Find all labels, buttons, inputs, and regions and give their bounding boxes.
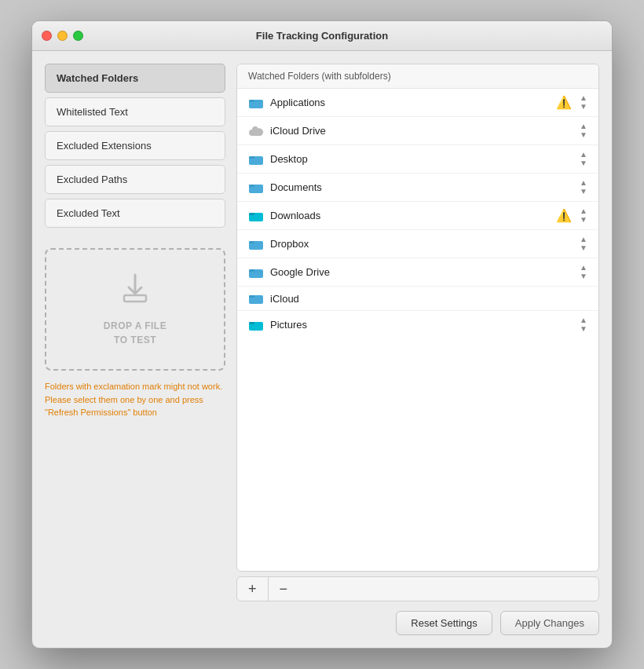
main-content: Watched Folders Whitelisted Text Exclude… xyxy=(32,51,612,648)
folder-icon-documents xyxy=(248,181,264,194)
svg-rect-4 xyxy=(249,156,254,159)
folder-name-icloud-drive: iCloud Drive xyxy=(270,125,573,137)
folders-header: Watched Folders (with subfolders) xyxy=(237,64,598,89)
remove-folder-button[interactable]: − xyxy=(269,577,299,601)
right-panel: Watched Folders (with subfolders) Applic… xyxy=(236,64,599,635)
folder-list-toolbar: + − xyxy=(236,576,599,601)
close-button[interactable] xyxy=(42,31,52,41)
folder-name-applications: Applications xyxy=(270,97,550,108)
svg-rect-12 xyxy=(249,269,254,272)
folder-icon-icloud xyxy=(248,292,264,305)
action-buttons: Reset Settings Apply Changes xyxy=(236,611,599,635)
folder-row-icloud[interactable]: iCloud xyxy=(237,287,598,311)
folder-icon-icloud-drive xyxy=(248,125,264,137)
title-bar: File Tracking Configuration xyxy=(32,21,612,51)
stepper-dropbox[interactable]: ▲ ▼ xyxy=(580,236,587,252)
svg-rect-0 xyxy=(124,295,146,302)
folder-row-icloud-drive[interactable]: iCloud Drive ▲ ▼ xyxy=(237,117,598,145)
stepper-downloads[interactable]: ▲ ▼ xyxy=(580,207,587,224)
folder-name-google-drive: Google Drive xyxy=(270,266,573,278)
warning-icon-applications: ⚠️ xyxy=(556,95,572,110)
stepper-applications[interactable]: ▲ ▼ xyxy=(580,94,587,111)
folder-icon-pictures xyxy=(248,319,264,331)
folder-row-google-drive[interactable]: Google Drive ▲ ▼ xyxy=(237,258,598,287)
folder-row-pictures[interactable]: Pictures ▲ ▼ xyxy=(237,311,598,338)
drop-text: DROP A FILE TO TEST xyxy=(104,319,166,347)
reset-settings-button[interactable]: Reset Settings xyxy=(396,611,492,635)
window-title: File Tracking Configuration xyxy=(256,30,388,42)
folder-name-icloud: iCloud xyxy=(270,293,587,305)
drop-zone[interactable]: DROP A FILE TO TEST xyxy=(45,248,225,371)
folder-row-desktop[interactable]: Desktop ▲ ▼ xyxy=(237,145,598,174)
minimize-button[interactable] xyxy=(57,31,68,41)
folder-name-documents: Documents xyxy=(270,181,573,193)
folders-box: Watched Folders (with subfolders) Applic… xyxy=(236,64,599,572)
window-controls xyxy=(42,31,83,41)
svg-rect-6 xyxy=(249,185,254,187)
nav-item-excluded-text[interactable]: Excluded Text xyxy=(45,199,225,228)
svg-rect-10 xyxy=(249,241,254,243)
svg-rect-14 xyxy=(249,295,254,298)
nav-item-whitelisted-text[interactable]: Whitelisted Text xyxy=(45,97,225,126)
folder-icon-downloads xyxy=(248,210,264,222)
folder-name-desktop: Desktop xyxy=(270,153,573,165)
stepper-icloud-drive[interactable]: ▲ ▼ xyxy=(580,122,587,139)
folder-icon-applications xyxy=(248,97,264,109)
warning-text: Folders with exclamation mark might not … xyxy=(45,380,225,419)
maximize-button[interactable] xyxy=(73,31,83,41)
folder-row-applications[interactable]: Applications ⚠️ ▲ ▼ xyxy=(237,89,598,117)
folder-name-pictures: Pictures xyxy=(270,319,573,331)
folder-icon-dropbox xyxy=(248,238,264,250)
warning-icon-downloads: ⚠️ xyxy=(556,208,572,223)
folder-icon-desktop xyxy=(248,153,264,166)
svg-rect-2 xyxy=(249,100,254,102)
folder-name-dropbox: Dropbox xyxy=(270,238,573,250)
nav-item-watched-folders[interactable]: Watched Folders xyxy=(45,64,225,93)
svg-rect-16 xyxy=(249,322,254,324)
folders-list: Applications ⚠️ ▲ ▼ xyxy=(237,89,598,571)
nav-item-excluded-extensions[interactable]: Excluded Extensions xyxy=(45,131,225,160)
stepper-documents[interactable]: ▲ ▼ xyxy=(580,179,587,196)
folder-row-downloads[interactable]: Downloads ⚠️ ▲ ▼ xyxy=(237,202,598,230)
folder-row-documents[interactable]: Documents ▲ ▼ xyxy=(237,174,598,202)
folder-row-dropbox[interactable]: Dropbox ▲ ▼ xyxy=(237,230,598,258)
left-panel: Watched Folders Whitelisted Text Exclude… xyxy=(45,64,225,635)
drop-icon xyxy=(118,272,152,313)
apply-changes-button[interactable]: Apply Changes xyxy=(500,611,599,635)
folder-name-downloads: Downloads xyxy=(270,210,550,221)
folder-icon-google-drive xyxy=(248,266,264,279)
stepper-pictures[interactable]: ▲ ▼ xyxy=(580,316,587,333)
nav-item-excluded-paths[interactable]: Excluded Paths xyxy=(45,165,225,194)
stepper-google-drive[interactable]: ▲ ▼ xyxy=(580,264,587,280)
svg-rect-8 xyxy=(249,213,254,215)
main-window: File Tracking Configuration Watched Fold… xyxy=(31,20,613,649)
stepper-desktop[interactable]: ▲ ▼ xyxy=(580,151,587,167)
add-folder-button[interactable]: + xyxy=(237,577,269,601)
